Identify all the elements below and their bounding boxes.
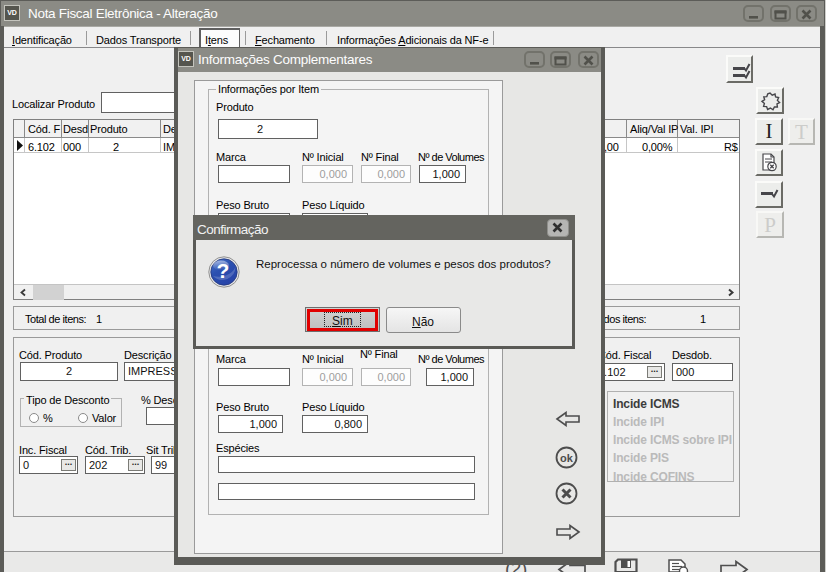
svg-text:ok: ok — [560, 452, 574, 464]
svg-text:?: ? — [217, 259, 230, 282]
